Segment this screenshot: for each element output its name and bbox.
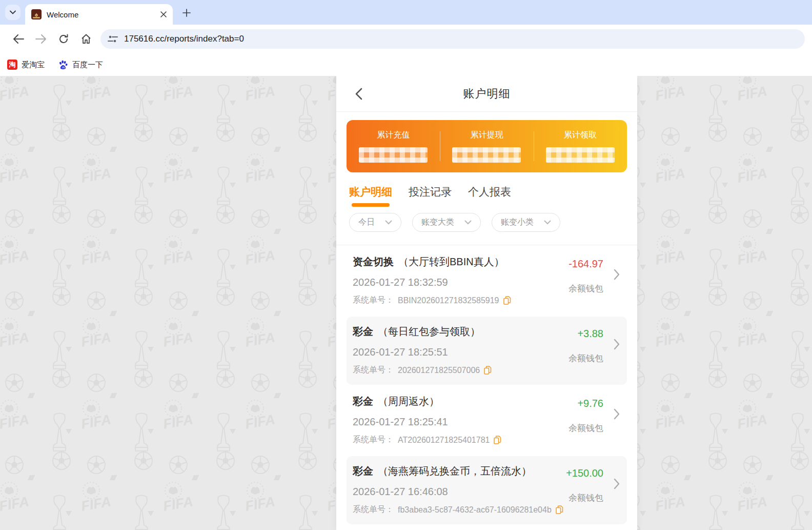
summary-total-deposit: 累计充值 (347, 130, 440, 163)
site-favicon-icon: ♠ (31, 9, 42, 19)
copy-order-button[interactable] (494, 436, 501, 444)
blurred-value (452, 147, 521, 163)
page-header: 账户明细 (336, 76, 637, 112)
account-detail-panel: 账户明细 累计充值 累计提现 累计领取 账户明细 投注记录 个人报表 今日 (336, 76, 637, 530)
copy-icon (484, 366, 492, 375)
page-content: FIFA (0, 76, 812, 530)
transaction-amount: -164.97 (569, 258, 603, 270)
home-button[interactable] (75, 29, 97, 49)
summary-card: 累计充值 累计提现 累计领取 (347, 120, 627, 172)
address-bar[interactable]: 175616.cc/reports/index?tab=0 (100, 29, 805, 49)
browser-toolbar: 175616.cc/reports/index?tab=0 (0, 25, 812, 53)
copy-icon (556, 505, 563, 514)
url-text[interactable]: 175616.cc/reports/index?tab=0 (124, 34, 244, 44)
order-number-value: AT202601271825401781 (398, 436, 490, 445)
wallet-type: 余额钱包 (569, 422, 603, 434)
chevron-down-icon (10, 10, 16, 14)
transaction-type: 彩金 (353, 396, 373, 407)
tab-search-button[interactable] (5, 5, 21, 20)
new-tab-button[interactable] (180, 7, 193, 19)
summary-total-claimed: 累计领取 (534, 130, 627, 163)
copy-icon (494, 436, 501, 444)
bookmark-baidu[interactable]: du 百度一下 (58, 60, 103, 70)
filters-row: 今日 账变大类 账变小类 (336, 207, 637, 245)
forward-arrow-icon (35, 34, 47, 44)
wallet-type: 余额钱包 (569, 283, 603, 295)
tab-personal-report[interactable]: 个人报表 (468, 185, 511, 207)
chevron-right-icon[interactable] (614, 478, 620, 492)
chevron-left-icon (355, 88, 362, 100)
bookmark-label: 爱淘宝 (22, 60, 45, 70)
back-button[interactable] (7, 29, 30, 49)
bookmark-aitaobao[interactable]: 淘 爱淘宝 (7, 60, 45, 70)
tab-bet-records[interactable]: 投注记录 (409, 185, 452, 207)
home-icon (81, 34, 91, 44)
copy-order-button[interactable] (484, 366, 492, 375)
browser-tab-strip: ♠ Welcome (0, 0, 812, 25)
chevron-right-icon[interactable] (614, 269, 620, 282)
transaction-description: （大厅转到BBIN真人） (398, 256, 504, 267)
transaction-datetime: 2026-01-27 18:25:41 (353, 416, 534, 428)
transaction-datetime: 2026-01-27 16:46:08 (353, 486, 534, 498)
bookmarks-bar: 淘 爱淘宝 du 百度一下 (0, 53, 812, 76)
site-settings-icon[interactable] (108, 35, 118, 43)
transaction-datetime: 2026-01-27 18:32:59 (353, 277, 534, 288)
filter-minor-category-dropdown[interactable]: 账变小类 (492, 213, 560, 232)
transaction-datetime: 2026-01-27 18:25:51 (353, 346, 534, 358)
tab-title: Welcome (47, 10, 160, 19)
copy-icon (503, 296, 511, 305)
wallet-type: 余额钱包 (569, 352, 603, 364)
transaction-amount: +150.00 (566, 467, 603, 479)
chevron-down-icon (464, 220, 472, 225)
transaction-item[interactable]: 彩金（每日红包参与领取） 2026-01-27 18:25:51 系统单号： 2… (347, 317, 627, 385)
order-number-value: BBIN202601271832585919 (398, 296, 499, 305)
order-number-label: 系统单号： (353, 435, 394, 445)
report-tabs: 账户明细 投注记录 个人报表 (336, 185, 637, 207)
transaction-item[interactable]: 彩金（周周返水） 2026-01-27 18:25:41 系统单号： AT202… (347, 386, 627, 455)
blurred-value (359, 147, 428, 163)
page-title: 账户明细 (463, 86, 511, 102)
copy-order-button[interactable] (556, 505, 563, 514)
order-number-label: 系统单号： (353, 365, 394, 376)
svg-text:du: du (62, 66, 65, 69)
transaction-type: 资金切换 (353, 256, 394, 267)
bookmark-label: 百度一下 (72, 60, 103, 70)
transaction-type: 彩金 (353, 326, 373, 337)
order-number-label: 系统单号： (353, 295, 394, 306)
transaction-description: （海燕筹码兑换金币，五倍流水） (378, 465, 532, 477)
copy-order-button[interactable] (503, 296, 511, 305)
filter-date-dropdown[interactable]: 今日 (349, 213, 401, 232)
back-button-page[interactable] (351, 86, 367, 102)
transaction-amount: +3.88 (569, 328, 603, 340)
reload-button[interactable] (52, 29, 75, 49)
order-number-value: fb3abea3-5c87-4632-ac67-16096281e04b (398, 505, 552, 515)
baidu-icon: du (58, 60, 68, 70)
transaction-description: （每日红包参与领取） (378, 326, 480, 337)
transaction-type: 彩金 (353, 465, 373, 477)
filter-major-category-dropdown[interactable]: 账变大类 (412, 213, 481, 232)
transaction-list: 资金切换（大厅转到BBIN真人） 2026-01-27 18:32:59 系统单… (336, 245, 637, 524)
reload-icon (58, 34, 69, 44)
chevron-right-icon[interactable] (614, 339, 620, 352)
plus-icon (182, 9, 191, 17)
tab-account-detail[interactable]: 账户明细 (349, 185, 392, 207)
summary-total-withdraw: 累计提现 (440, 130, 533, 163)
chevron-down-icon (544, 220, 551, 225)
chevron-down-icon (385, 220, 392, 225)
blurred-value (546, 147, 615, 163)
back-arrow-icon (13, 34, 24, 44)
wallet-type: 余额钱包 (566, 492, 603, 504)
transaction-item[interactable]: 彩金（海燕筹码兑换金币，五倍流水） 2026-01-27 16:46:08 系统… (347, 456, 627, 524)
transaction-amount: +9.76 (569, 398, 603, 409)
transaction-description: （周周返水） (378, 396, 439, 407)
forward-button[interactable] (30, 29, 52, 49)
order-number-value: 202601271825507006 (398, 366, 480, 375)
chevron-right-icon[interactable] (614, 408, 620, 422)
transaction-item[interactable]: 资金切换（大厅转到BBIN真人） 2026-01-27 18:32:59 系统单… (347, 247, 627, 315)
taobao-icon: 淘 (7, 60, 17, 70)
tab-close-icon[interactable] (160, 11, 167, 17)
browser-tab[interactable]: ♠ Welcome (25, 4, 173, 25)
order-number-label: 系统单号： (353, 504, 394, 515)
